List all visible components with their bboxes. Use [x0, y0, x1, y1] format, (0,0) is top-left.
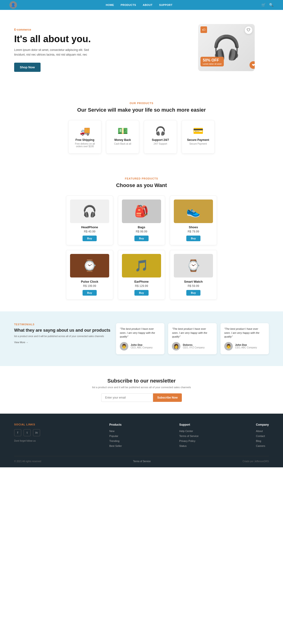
- product-shoe: 👟 Shoes R$ 79.99 Buy: [170, 196, 217, 245]
- products-col-title: Products: [109, 423, 122, 426]
- hero-description: Lorem ipsum dolor sit amet, consectetur …: [14, 48, 94, 57]
- shoe-image: 👟: [174, 200, 213, 223]
- newsletter-title: Subscribe to our newsletter: [14, 378, 269, 384]
- testimonials-info: TESTIMONIALS What they are sayng about u…: [14, 323, 110, 344]
- featured-title: Choose as you Want: [14, 182, 269, 188]
- copyright: © 2021 All rights reserved: [14, 460, 41, 462]
- support-col-links: Help Center Terms of Service Privacy Pol…: [179, 429, 199, 448]
- logo[interactable]: 👤: [10, 1, 17, 9]
- clock-buy-button[interactable]: Buy: [83, 290, 97, 296]
- services-title: Our Service will make your life so much …: [14, 107, 269, 113]
- nav-actions: 🛒 🔍: [261, 3, 273, 7]
- earphone-name: EarPhone: [122, 280, 161, 283]
- author-role-2: CEO, XYZ Company: [183, 346, 204, 349]
- cart-icon[interactable]: 🛒: [261, 3, 266, 7]
- subscribe-button[interactable]: Subscribe Now: [153, 393, 182, 402]
- nav-about[interactable]: ABOUT: [143, 4, 153, 6]
- hero-title: It's all about you.: [14, 34, 94, 44]
- clock-price: R$ 199.99: [70, 284, 109, 288]
- bag-name: Bags: [122, 226, 161, 229]
- footer-link-helpcenter[interactable]: Help Center: [179, 430, 193, 432]
- search-icon[interactable]: 🔍: [269, 3, 273, 7]
- hero-product-image: 🏷 🛡 🎧 50% OFF Lorem dolor sit amet ❤: [198, 24, 255, 71]
- footer-company-col: Company About Contact Blog Careers: [256, 423, 269, 449]
- footer-link-about[interactable]: About: [256, 430, 263, 432]
- terms-of-service-link[interactable]: Terms of Service: [133, 460, 150, 462]
- moneyback-icon: 💵: [111, 126, 134, 136]
- payment-name: Secure Payment: [187, 138, 210, 142]
- smartwatch-image: ⌚: [174, 254, 213, 278]
- social-icons: f t in: [14, 429, 52, 436]
- email-input[interactable]: [101, 393, 153, 402]
- product-clock: ⌚ Pulse Clock R$ 199.99 Buy: [66, 250, 113, 300]
- shoe-name: Shoes: [174, 226, 213, 229]
- footer-link-popular[interactable]: Popular: [109, 434, 118, 438]
- footer-link-new[interactable]: New: [109, 430, 114, 432]
- services-label: OUR PRODUCTS: [14, 102, 269, 104]
- headphone-price: R$ 40.99: [70, 230, 109, 233]
- nav-products[interactable]: PRODUCTS: [121, 4, 136, 6]
- product-headphone: 🎧 HeadPhone R$ 40.99 Buy: [66, 196, 113, 245]
- footer-link-privacy[interactable]: Privacy Policy: [179, 440, 195, 442]
- earphone-price: R$ 129.99: [122, 284, 161, 288]
- newsletter-form: Subscribe Now: [14, 393, 269, 402]
- facebook-icon[interactable]: f: [14, 429, 21, 436]
- hero-content: E-commerce It's all about you. Lorem ips…: [14, 28, 94, 72]
- author-avatar-2: 👩: [172, 342, 180, 350]
- smartwatch-name: Smart Watch: [174, 280, 213, 283]
- hero-label: E-commerce: [14, 28, 94, 31]
- follow-text: Dont forget follow us: [14, 440, 52, 442]
- nav-links: HOME PRODUCTS ABOUT SUPPORT: [106, 4, 172, 6]
- hero-image-area: 🏷 🛡 🎧 50% OFF Lorem dolor sit amet ❤: [198, 24, 264, 76]
- shoe-emoji: 👟: [186, 205, 200, 218]
- footer-link-contact[interactable]: Contact: [256, 434, 265, 438]
- credits: Criado por JeffersonDRS: [242, 460, 269, 462]
- moneyback-name: Money Back: [111, 138, 134, 142]
- testimonial-author-1: 👨 John Doe CEO, ABC Company: [120, 342, 161, 350]
- clock-name: Pulse Clock: [70, 280, 109, 283]
- footer: SOCIAL LINKS f t in Dont forget follow u…: [0, 414, 283, 467]
- testimonial-quote-3: "The best product I have ever seen. I am…: [224, 327, 265, 339]
- author-name-2: Dolores: [183, 344, 204, 346]
- headphone-emoji: 🎧: [83, 205, 97, 218]
- footer-link-terms[interactable]: Terms of Service: [179, 434, 199, 438]
- navbar: 👤 HOME PRODUCTS ABOUT SUPPORT 🛒 🔍: [0, 0, 283, 10]
- author-name-1: John Doe: [131, 344, 153, 346]
- footer-link-status[interactable]: Status: [179, 444, 187, 447]
- author-avatar-1: 👨: [120, 342, 128, 350]
- smartwatch-buy-button[interactable]: Buy: [186, 290, 201, 296]
- support-desc: 24/7 Support: [149, 142, 172, 145]
- view-more-link[interactable]: View More →: [14, 341, 28, 344]
- earphone-buy-button[interactable]: Buy: [134, 290, 149, 296]
- author-avatar-3: 👨: [224, 342, 233, 350]
- bag-buy-button[interactable]: Buy: [134, 236, 149, 241]
- shoe-buy-button[interactable]: Buy: [186, 236, 201, 241]
- nav-support[interactable]: SUPPORT: [159, 4, 173, 6]
- footer-link-bestseller[interactable]: Best Seller: [109, 444, 122, 447]
- twitter-icon[interactable]: t: [24, 429, 31, 436]
- smartwatch-price: R$ 59.99: [174, 284, 213, 288]
- social-label: SOCIAL LINKS: [14, 423, 52, 426]
- service-card-moneyback: 💵 Money Back Cash Back at all: [106, 120, 139, 154]
- footer-link-trending[interactable]: Trending: [109, 440, 119, 442]
- product-smartwatch: ⌚ Smart Watch R$ 59.99 Buy: [170, 250, 217, 300]
- headphone-buy-button[interactable]: Buy: [83, 236, 97, 241]
- footer-link-careers[interactable]: Careers: [256, 444, 265, 447]
- footer-social: SOCIAL LINKS f t in Dont forget follow u…: [14, 423, 52, 449]
- shipping-desc: Free delivery on all orders over $100: [73, 142, 96, 148]
- newsletter-section: Subscribe to our newsletter list a produ…: [0, 366, 283, 414]
- headphone-image: 🎧: [70, 200, 109, 223]
- testimonial-author-2: 👩 Dolores CEO, XYZ Company: [172, 342, 213, 350]
- nav-home[interactable]: HOME: [106, 4, 114, 6]
- linkedin-icon[interactable]: in: [33, 429, 40, 436]
- testimonials-section: TESTIMONIALS What they are sayng about u…: [0, 312, 283, 366]
- footer-link-blog[interactable]: Blog: [256, 440, 261, 442]
- newsletter-desc: list a product once and it will be publi…: [14, 386, 269, 389]
- featured-label: FEATURED PRODUCTS: [14, 177, 269, 180]
- shop-now-button[interactable]: Shop Now: [14, 63, 41, 72]
- support-icon: 🎧: [149, 126, 172, 136]
- smartwatch-emoji: ⌚: [186, 259, 200, 272]
- moneyback-desc: Cash Back at all: [111, 142, 134, 145]
- testimonial-quote-1: "The best product I have ever seen. I am…: [120, 327, 161, 339]
- product-bag: 🎒 Bags R$ 99.99 Buy: [118, 196, 165, 245]
